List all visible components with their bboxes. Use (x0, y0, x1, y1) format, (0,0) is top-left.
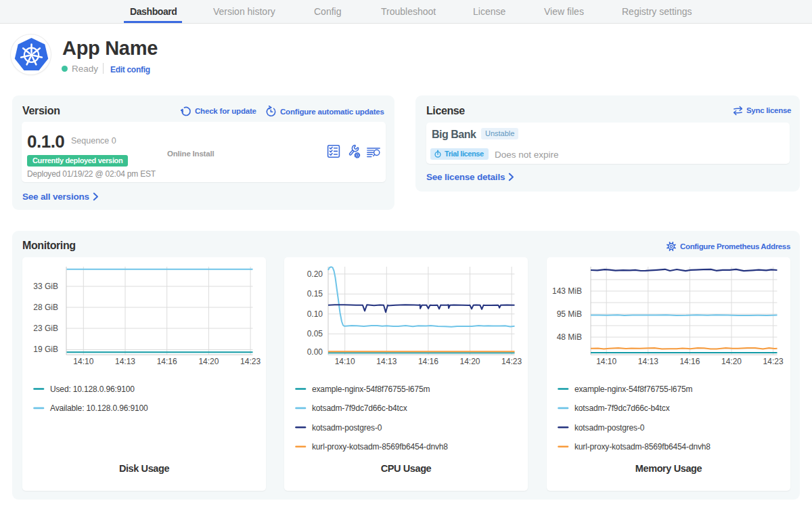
svg-text:14:23: 14:23 (763, 357, 783, 366)
svg-text:kotsadm-7f9dc7d66c-b4tcx: kotsadm-7f9dc7d66c-b4tcx (574, 403, 670, 413)
svg-text:Available: 10.128.0.96:9100: Available: 10.128.0.96:9100 (50, 403, 148, 413)
svg-text:0.20: 0.20 (307, 269, 323, 279)
svg-text:0.15: 0.15 (307, 289, 323, 299)
svg-text:14:23: 14:23 (240, 357, 261, 366)
svg-text:kotsadm-7f9dc7d66c-b4tcx: kotsadm-7f9dc7d66c-b4tcx (312, 403, 407, 413)
svg-text:14:10: 14:10 (596, 357, 616, 366)
svg-text:14:13: 14:13 (114, 357, 135, 366)
svg-text:23 GiB: 23 GiB (33, 324, 58, 333)
svg-text:0.10: 0.10 (307, 309, 323, 319)
svg-text:14:16: 14:16 (679, 357, 700, 366)
svg-text:example-nginx-54f8f76755-l675m: example-nginx-54f8f76755-l675m (312, 385, 430, 394)
svg-text:19 GiB: 19 GiB (33, 345, 58, 354)
svg-text:CPU Usage: CPU Usage (381, 463, 432, 474)
svg-text:Memory Usage: Memory Usage (635, 463, 702, 474)
svg-text:95 MiB: 95 MiB (556, 309, 581, 319)
svg-text:14:20: 14:20 (721, 357, 741, 366)
svg-text:14:16: 14:16 (156, 357, 177, 366)
svg-text:example-nginx-54f8f76755-l675m: example-nginx-54f8f76755-l675m (574, 385, 692, 394)
svg-text:14:13: 14:13 (637, 357, 658, 366)
svg-text:143 MiB: 143 MiB (551, 286, 581, 296)
svg-text:kotsadm-postgres-0: kotsadm-postgres-0 (312, 423, 382, 433)
svg-text:28 GiB: 28 GiB (33, 303, 58, 312)
svg-text:14:20: 14:20 (459, 357, 480, 366)
svg-text:0.00: 0.00 (307, 347, 323, 357)
svg-text:kotsadm-postgres-0: kotsadm-postgres-0 (574, 423, 645, 433)
svg-text:14:20: 14:20 (198, 357, 219, 366)
svg-text:14:13: 14:13 (376, 357, 397, 366)
svg-text:0.05: 0.05 (307, 329, 323, 338)
svg-text:14:10: 14:10 (73, 357, 93, 366)
svg-text:48 MiB: 48 MiB (556, 332, 581, 342)
svg-text:14:16: 14:16 (418, 357, 438, 366)
svg-text:Disk Usage: Disk Usage (118, 463, 169, 474)
svg-text:kurl-proxy-kotsadm-8569fb6454-: kurl-proxy-kotsadm-8569fb6454-dnvh8 (312, 442, 448, 452)
svg-text:Used: 10.128.0.96:9100: Used: 10.128.0.96:9100 (50, 385, 135, 394)
svg-text:14:23: 14:23 (501, 357, 522, 366)
svg-text:33 GiB: 33 GiB (33, 282, 58, 291)
svg-text:kurl-proxy-kotsadm-8569fb6454-: kurl-proxy-kotsadm-8569fb6454-dnvh8 (574, 442, 710, 452)
svg-text:14:10: 14:10 (335, 357, 355, 366)
